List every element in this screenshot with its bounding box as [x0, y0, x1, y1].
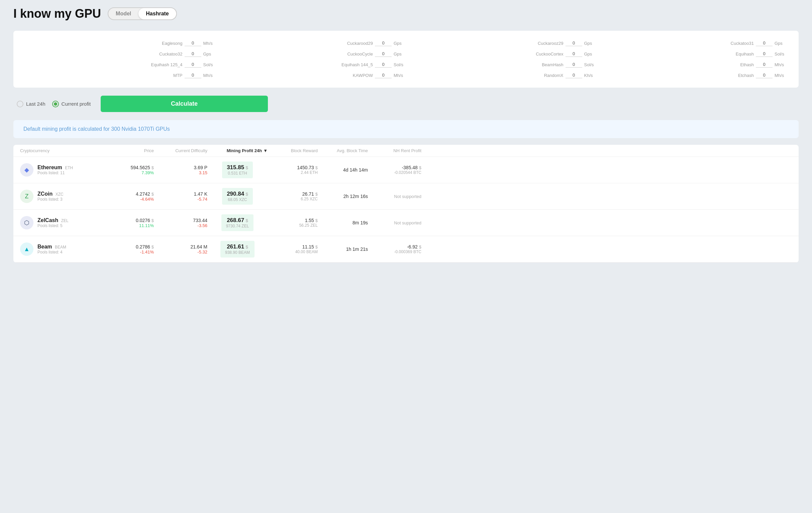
- block-reward-sub: 56.25 ZEL: [267, 223, 318, 228]
- profit-cell-wrapper: 268.67 $ 9730.74 ZEL: [207, 215, 267, 231]
- hashrate-input[interactable]: [184, 72, 201, 78]
- last24h-radio-label[interactable]: Last 24h: [17, 101, 46, 107]
- hashrate-unit: Mh/s: [394, 73, 404, 78]
- hashrate-label: Cuckatoo32: [159, 52, 182, 57]
- difficulty-cell: 1.47 K -5.74: [154, 191, 207, 202]
- table-header-cell[interactable]: Block Reward: [267, 148, 318, 153]
- info-banner-text: Default mining profit is calculated for …: [23, 126, 170, 132]
- hashrate-label: Eaglesong: [162, 41, 182, 46]
- hashrate-input[interactable]: [756, 40, 773, 46]
- table-row: ⬡ ZelCash ZEL Pools listed: 5 0.0276 $ 1…: [13, 210, 799, 236]
- hashrate-input[interactable]: [566, 61, 582, 67]
- results-table: CryptocurrencyPriceCurrent DifficultyMin…: [13, 145, 799, 262]
- hashrate-label: MTP: [173, 73, 182, 78]
- difficulty-cell: 3.69 P 3.15: [154, 165, 207, 175]
- hashrate-input[interactable]: [756, 51, 773, 57]
- coin-cell: ⬡ ZelCash ZEL Pools listed: 5: [20, 216, 114, 229]
- profit-main: 290.84 $: [227, 191, 248, 197]
- hashrate-input[interactable]: [566, 40, 582, 46]
- table-body: ◆ Ethereum ETH Pools listed: 11 594.5625…: [13, 157, 799, 262]
- hashrate-item: Cuckarooz29 Gps: [408, 40, 595, 46]
- coin-icon: ⬡: [20, 216, 33, 229]
- current-profit-label: Current profit: [61, 101, 91, 107]
- table-header-cell[interactable]: Cryptocurrency: [20, 148, 114, 153]
- hashrate-item: Equihash 125_4 Sol/s: [27, 61, 214, 67]
- profit-cell: 315.85 $ 0.531 ETH: [222, 162, 253, 178]
- hashrate-item: CuckooCycle Gps: [218, 51, 405, 57]
- hashrate-unit: Gps: [203, 52, 214, 57]
- block-reward-cell: 1450.73 $ 2.44 ETH: [267, 165, 318, 175]
- difficulty-cell: 733.44 -3.56: [154, 218, 207, 228]
- coin-icon: ▲: [20, 243, 33, 256]
- hashrate-toggle-btn[interactable]: Hashrate: [139, 8, 176, 20]
- hashrate-unit: Sol/s: [775, 52, 785, 57]
- current-profit-radio-circle[interactable]: [52, 101, 59, 107]
- price-cell: 4.2742 $ -4.64%: [114, 191, 154, 202]
- hashrate-label: Equihash 144_5: [342, 62, 373, 67]
- avg-block-time: 8m 19s: [318, 220, 368, 225]
- difficulty-value: 3.69 P: [154, 165, 207, 170]
- hashrate-input[interactable]: [375, 51, 392, 57]
- profit-sub: 938.90 BEAM: [225, 250, 250, 255]
- profit-main: 261.61 $: [225, 244, 250, 250]
- coin-name: ZelCash ZEL: [37, 217, 68, 223]
- table-header-cell[interactable]: Price: [114, 148, 154, 153]
- hashrate-item: Eaglesong Mh/s: [27, 40, 214, 46]
- hashrate-input[interactable]: [756, 72, 773, 78]
- current-profit-radio-label[interactable]: Current profit: [52, 101, 91, 107]
- profit-main: 268.67 $: [226, 217, 249, 224]
- page-header: I know my GPU Model Hashrate: [13, 7, 799, 21]
- price-change: -4.64%: [114, 197, 154, 202]
- hashrate-input[interactable]: [375, 72, 392, 78]
- profit-cell: 290.84 $ 68.05 XZC: [222, 188, 253, 205]
- hashrate-label: CuckooCycle: [347, 52, 373, 57]
- coin-name: Beam BEAM: [37, 244, 66, 250]
- coin-info: ZCoin XZC Pools listed: 3: [37, 191, 63, 202]
- hashrate-item: Equihash Sol/s: [598, 51, 786, 57]
- table-row: Z ZCoin XZC Pools listed: 3 4.2742 $ -4.…: [13, 183, 799, 210]
- hashrate-input[interactable]: [184, 51, 201, 57]
- last24h-radio-circle[interactable]: [17, 101, 23, 107]
- profit-cell: 268.67 $ 9730.74 ZEL: [222, 215, 254, 231]
- sort-arrow-icon: ▼: [263, 148, 267, 153]
- hashrate-label: Equihash 125_4: [151, 62, 183, 67]
- info-banner: Default mining profit is calculated for …: [13, 120, 799, 138]
- hashrate-unit: Sol/s: [394, 62, 404, 67]
- hashrate-unit: Gps: [775, 41, 785, 46]
- difficulty-change: -5.32: [154, 250, 207, 255]
- profit-main: 315.85 $: [227, 164, 248, 171]
- hashrate-input[interactable]: [566, 72, 582, 78]
- hashrate-input[interactable]: [184, 40, 201, 46]
- pools-listed: Pools listed: 3: [37, 197, 63, 202]
- hashrate-input[interactable]: [756, 61, 773, 67]
- hashrate-input[interactable]: [375, 40, 392, 46]
- block-reward-value: 1450.73 $: [267, 165, 318, 170]
- block-reward-value: 1.55 $: [267, 218, 318, 223]
- block-reward-cell: 26.71 $ 6.25 XZC: [267, 191, 318, 201]
- difficulty-value: 1.47 K: [154, 191, 207, 197]
- table-header: CryptocurrencyPriceCurrent DifficultyMin…: [13, 145, 799, 157]
- model-toggle-btn[interactable]: Model: [108, 8, 139, 20]
- hashrate-unit: Kh/s: [584, 73, 595, 78]
- block-reward-cell: 11.15 $ 40.00 BEAM: [267, 244, 318, 254]
- hashrate-input[interactable]: [375, 61, 392, 67]
- hashrate-item: CuckooCortex Gps: [408, 51, 595, 57]
- profit-sub: 9730.74 ZEL: [226, 224, 249, 228]
- hashrate-input[interactable]: [184, 61, 201, 67]
- mode-toggle[interactable]: Model Hashrate: [108, 7, 177, 20]
- table-header-cell[interactable]: NH Rent Profit: [368, 148, 422, 153]
- profit-sub: 68.05 XZC: [227, 197, 248, 202]
- difficulty-cell: 21.64 M -5.32: [154, 244, 207, 255]
- hashrate-item: Etchash Mh/s: [598, 72, 786, 78]
- nh-not-supported: Not supported: [368, 220, 422, 225]
- coin-name: ZCoin XZC: [37, 191, 63, 197]
- nh-not-supported: Not supported: [368, 194, 422, 199]
- calculate-button[interactable]: Calculate: [101, 96, 268, 112]
- avg-block-time: 4d 14h 14m: [318, 167, 368, 173]
- table-header-cell[interactable]: Mining Profit 24h ▼: [207, 148, 267, 153]
- hashrate-input[interactable]: [566, 51, 582, 57]
- hashrate-unit: Mh/s: [203, 73, 214, 78]
- price-value: 4.2742 $: [114, 191, 154, 197]
- table-header-cell[interactable]: Avg. Block Time: [318, 148, 368, 153]
- table-header-cell[interactable]: Current Difficulty: [154, 148, 207, 153]
